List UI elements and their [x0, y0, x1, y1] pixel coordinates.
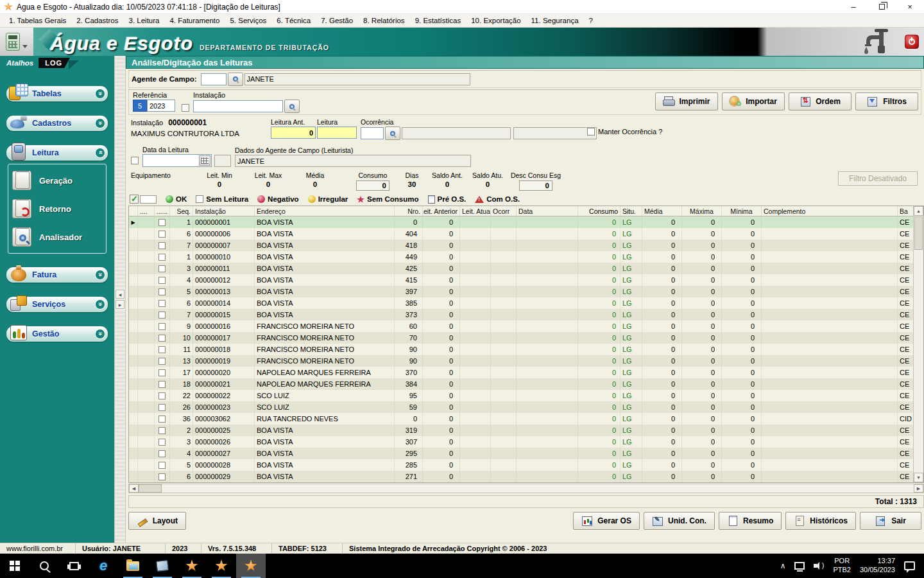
referencia-year-input[interactable] — [147, 100, 175, 112]
imprimir-button[interactable]: Imprimir — [655, 92, 718, 110]
sidebar-group-fatura[interactable]: Fatura » — [6, 267, 108, 283]
unid-con-button[interactable]: Unid. Con. — [644, 512, 715, 530]
table-row[interactable]: 18000000021NAPOLEAO MARQUES FERREIRA3840… — [129, 378, 923, 390]
col-instalacao[interactable]: Instalação — [193, 206, 255, 216]
agente-code-input[interactable] — [201, 73, 227, 85]
col-dots2[interactable]: ...... — [155, 206, 170, 216]
file-explorer-button[interactable] — [118, 554, 148, 578]
filtro-desativado-button[interactable]: Filtro Desativado — [838, 171, 918, 186]
tray-chevron-button[interactable]: ∧ — [776, 554, 791, 578]
task-view-button[interactable] — [59, 554, 89, 578]
chevron-down-icon[interactable]: » — [95, 270, 105, 280]
menu-item[interactable]: 2. Cadastros — [71, 15, 123, 26]
importar-button[interactable]: Importar — [722, 92, 785, 110]
col-endereco[interactable]: Endereço — [255, 206, 395, 216]
row-checkbox[interactable] — [158, 381, 166, 388]
table-row[interactable]: 11000000018FRANCISCO MOREIRA NETO9000LG0… — [129, 344, 923, 355]
table-row[interactable]: 3000000011BOA VISTA42500LG000CE — [129, 263, 923, 274]
menu-item[interactable]: 10. Exportação — [466, 15, 526, 26]
row-checkbox[interactable] — [158, 346, 166, 353]
sidebar-group-leitura[interactable]: Leitura » — [6, 145, 108, 161]
row-checkbox[interactable] — [158, 427, 166, 434]
row-checkbox[interactable] — [158, 242, 166, 249]
checkbox-icon[interactable] — [196, 195, 203, 203]
menu-item[interactable]: 11. Segurança — [526, 15, 584, 26]
restore-button[interactable] — [868, 0, 896, 13]
menu-item[interactable]: 8. Relatórios — [358, 15, 410, 26]
table-row[interactable]: 7000000015BOA VISTA37300LG000CE — [129, 309, 923, 320]
scroll-right-icon[interactable]: ▶ — [914, 484, 923, 493]
ocorrencia-search-button[interactable] — [385, 127, 400, 140]
filtros-button[interactable]: Filtros — [855, 92, 918, 110]
col-consumo[interactable]: Consumo — [578, 206, 620, 216]
col-data[interactable]: Data — [517, 206, 578, 216]
row-checkbox[interactable] — [158, 335, 166, 342]
internet-explorer-button[interactable]: e — [89, 554, 118, 578]
row-checkbox[interactable] — [158, 254, 166, 261]
row-checkbox[interactable] — [158, 462, 166, 469]
table-row[interactable]: 5000000028BOA VISTA28500LG000CE — [129, 459, 923, 471]
historicos-button[interactable]: Históricos — [785, 512, 856, 530]
menu-item[interactable]: ? — [584, 15, 598, 26]
hscroll-thumb[interactable] — [139, 484, 162, 493]
gerar-os-button[interactable]: Gerar OS — [573, 512, 640, 530]
col-ocorr[interactable]: Ocorr — [491, 206, 517, 216]
table-row[interactable]: 10000000017FRANCISCO MOREIRA NETO7000LG0… — [129, 332, 923, 344]
sidebar-item-retorno[interactable]: Retorno — [12, 199, 102, 218]
table-row[interactable]: 6000000006BOA VISTA40400LG000CE — [129, 228, 923, 240]
resumo-button[interactable]: Resumo — [719, 512, 782, 530]
col-seq[interactable]: Seq. — [170, 206, 193, 216]
table-row[interactable]: 13000000019FRANCISCO MOREIRA NETO9000LG0… — [129, 355, 923, 367]
sidebar-item-analisador[interactable]: Analisador — [12, 227, 102, 247]
col-leit-anterior[interactable]: Leit. Anterior — [423, 206, 460, 216]
row-checkbox[interactable] — [158, 404, 166, 411]
scroll-down-icon[interactable]: ▼ — [914, 473, 923, 482]
sidebar-group-cadastros[interactable]: Cadastros » — [6, 116, 108, 131]
menu-item[interactable]: 7. Gestão — [316, 15, 358, 26]
col-minima[interactable]: Mínima — [722, 206, 762, 216]
col-complemento[interactable]: Complemento — [762, 206, 898, 216]
row-checkbox[interactable] — [158, 265, 166, 272]
row-checkbox[interactable] — [158, 323, 166, 330]
row-checkbox[interactable] — [158, 392, 166, 399]
col-dots[interactable]: .... — [138, 206, 155, 216]
row-checkbox[interactable] — [158, 439, 166, 446]
fiorilli-app-2-button[interactable] — [207, 554, 236, 578]
table-row[interactable]: 4000000027BOA VISTA29500LG000CE — [129, 448, 923, 459]
row-checkbox[interactable] — [158, 219, 166, 226]
status-url[interactable]: www.fiorilli.com.br — [0, 543, 76, 554]
minimize-button[interactable]: – — [839, 0, 868, 13]
instalacao-search-button[interactable] — [284, 100, 300, 113]
menu-item[interactable]: 4. Faturamento — [164, 15, 225, 26]
log-badge[interactable]: LOG — [38, 58, 70, 68]
taskbar-search-button[interactable] — [30, 554, 59, 578]
table-row[interactable]: 3000000026BOA VISTA30700LG000CE — [129, 436, 923, 448]
data-leitura-checkbox[interactable] — [131, 157, 139, 164]
manter-ocorrencia-checkbox[interactable] — [587, 128, 595, 136]
row-checkbox[interactable] — [158, 450, 166, 457]
horizontal-scrollbar[interactable]: ◀ ▶ — [128, 484, 924, 493]
chevron-down-icon[interactable]: » — [95, 89, 105, 99]
select-all-check-icon[interactable] — [130, 195, 139, 204]
network-button[interactable] — [790, 554, 809, 578]
volume-button[interactable]: ) — [809, 554, 828, 578]
menu-item[interactable]: 6. Técnica — [271, 15, 316, 26]
close-button[interactable]: × — [896, 0, 924, 13]
power-button[interactable] — [905, 35, 919, 49]
menu-item[interactable]: 9. Estatísticas — [410, 15, 466, 26]
row-checkbox[interactable] — [158, 358, 166, 365]
scroll-up-icon[interactable]: ▲ — [914, 206, 923, 216]
menu-item[interactable]: 1. Tabelas Gerais — [4, 15, 71, 26]
ordem-button[interactable]: Ordem — [789, 92, 851, 110]
chevron-down-icon[interactable]: » — [95, 118, 105, 128]
scroll-left-icon[interactable]: ◀ — [116, 290, 124, 299]
notification-button[interactable] — [900, 554, 924, 578]
table-row[interactable]: 4000000012BOA VISTA41500LG000CE — [129, 274, 923, 286]
agente-search-button[interactable] — [228, 73, 243, 86]
instalacao-filter-input[interactable] — [193, 100, 283, 112]
layout-button[interactable]: Layout — [128, 512, 186, 530]
referencia-month-input[interactable]: 5 — [133, 100, 147, 112]
table-row[interactable]: 5000000013BOA VISTA39700LG000CE — [129, 286, 923, 297]
col-nro[interactable]: Nro. — [395, 206, 423, 216]
col-ba[interactable]: Ba — [898, 206, 914, 216]
